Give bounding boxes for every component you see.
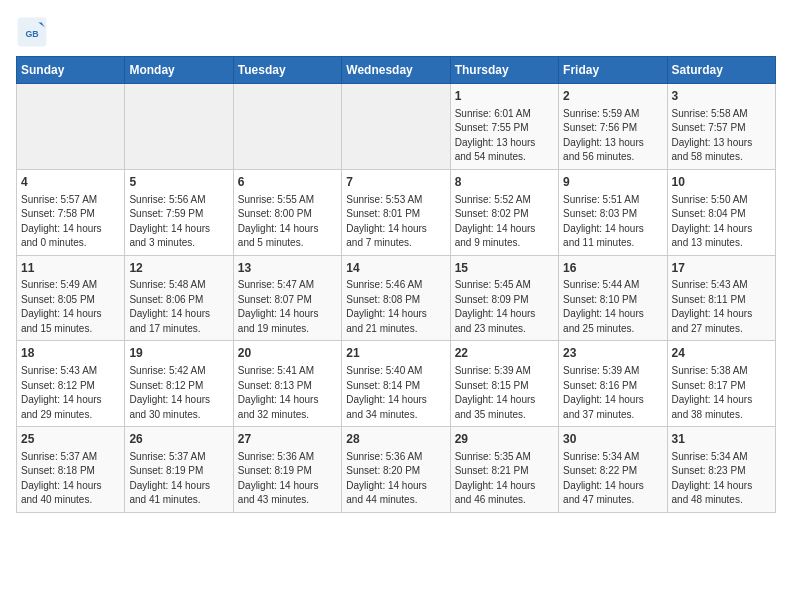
day-number: 10 bbox=[672, 174, 771, 191]
day-cell: 19Sunrise: 5:42 AM Sunset: 8:12 PM Dayli… bbox=[125, 341, 233, 427]
day-header-thursday: Thursday bbox=[450, 57, 558, 84]
day-cell: 16Sunrise: 5:44 AM Sunset: 8:10 PM Dayli… bbox=[559, 255, 667, 341]
day-cell: 10Sunrise: 5:50 AM Sunset: 8:04 PM Dayli… bbox=[667, 169, 775, 255]
day-number: 21 bbox=[346, 345, 445, 362]
day-number: 27 bbox=[238, 431, 337, 448]
day-header-saturday: Saturday bbox=[667, 57, 775, 84]
day-info: Sunrise: 5:58 AM Sunset: 7:57 PM Dayligh… bbox=[672, 107, 771, 165]
day-info: Sunrise: 5:43 AM Sunset: 8:12 PM Dayligh… bbox=[21, 364, 120, 422]
day-cell: 26Sunrise: 5:37 AM Sunset: 8:19 PM Dayli… bbox=[125, 427, 233, 513]
day-cell: 4Sunrise: 5:57 AM Sunset: 7:58 PM Daylig… bbox=[17, 169, 125, 255]
day-info: Sunrise: 5:34 AM Sunset: 8:22 PM Dayligh… bbox=[563, 450, 662, 508]
day-info: Sunrise: 5:39 AM Sunset: 8:16 PM Dayligh… bbox=[563, 364, 662, 422]
days-of-week-row: SundayMondayTuesdayWednesdayThursdayFrid… bbox=[17, 57, 776, 84]
day-cell: 6Sunrise: 5:55 AM Sunset: 8:00 PM Daylig… bbox=[233, 169, 341, 255]
day-info: Sunrise: 5:46 AM Sunset: 8:08 PM Dayligh… bbox=[346, 278, 445, 336]
day-info: Sunrise: 5:57 AM Sunset: 7:58 PM Dayligh… bbox=[21, 193, 120, 251]
day-cell: 22Sunrise: 5:39 AM Sunset: 8:15 PM Dayli… bbox=[450, 341, 558, 427]
logo-icon: GB bbox=[16, 16, 48, 48]
day-number: 1 bbox=[455, 88, 554, 105]
day-info: Sunrise: 5:41 AM Sunset: 8:13 PM Dayligh… bbox=[238, 364, 337, 422]
day-cell: 17Sunrise: 5:43 AM Sunset: 8:11 PM Dayli… bbox=[667, 255, 775, 341]
svg-text:GB: GB bbox=[25, 29, 38, 39]
day-number: 5 bbox=[129, 174, 228, 191]
day-number: 7 bbox=[346, 174, 445, 191]
day-cell: 9Sunrise: 5:51 AM Sunset: 8:03 PM Daylig… bbox=[559, 169, 667, 255]
day-cell: 25Sunrise: 5:37 AM Sunset: 8:18 PM Dayli… bbox=[17, 427, 125, 513]
day-cell bbox=[233, 84, 341, 170]
day-cell: 11Sunrise: 5:49 AM Sunset: 8:05 PM Dayli… bbox=[17, 255, 125, 341]
day-info: Sunrise: 5:37 AM Sunset: 8:19 PM Dayligh… bbox=[129, 450, 228, 508]
day-cell: 29Sunrise: 5:35 AM Sunset: 8:21 PM Dayli… bbox=[450, 427, 558, 513]
day-cell bbox=[125, 84, 233, 170]
day-info: Sunrise: 5:49 AM Sunset: 8:05 PM Dayligh… bbox=[21, 278, 120, 336]
day-cell: 20Sunrise: 5:41 AM Sunset: 8:13 PM Dayli… bbox=[233, 341, 341, 427]
logo: GB bbox=[16, 16, 52, 48]
day-number: 3 bbox=[672, 88, 771, 105]
day-cell: 14Sunrise: 5:46 AM Sunset: 8:08 PM Dayli… bbox=[342, 255, 450, 341]
page-header: GB bbox=[16, 16, 776, 48]
day-info: Sunrise: 5:42 AM Sunset: 8:12 PM Dayligh… bbox=[129, 364, 228, 422]
day-info: Sunrise: 5:55 AM Sunset: 8:00 PM Dayligh… bbox=[238, 193, 337, 251]
day-header-tuesday: Tuesday bbox=[233, 57, 341, 84]
day-number: 20 bbox=[238, 345, 337, 362]
day-info: Sunrise: 5:45 AM Sunset: 8:09 PM Dayligh… bbox=[455, 278, 554, 336]
day-number: 17 bbox=[672, 260, 771, 277]
day-number: 24 bbox=[672, 345, 771, 362]
day-info: Sunrise: 5:38 AM Sunset: 8:17 PM Dayligh… bbox=[672, 364, 771, 422]
week-row-5: 25Sunrise: 5:37 AM Sunset: 8:18 PM Dayli… bbox=[17, 427, 776, 513]
day-cell bbox=[17, 84, 125, 170]
day-number: 19 bbox=[129, 345, 228, 362]
day-info: Sunrise: 5:47 AM Sunset: 8:07 PM Dayligh… bbox=[238, 278, 337, 336]
day-cell: 15Sunrise: 5:45 AM Sunset: 8:09 PM Dayli… bbox=[450, 255, 558, 341]
day-number: 30 bbox=[563, 431, 662, 448]
day-cell: 21Sunrise: 5:40 AM Sunset: 8:14 PM Dayli… bbox=[342, 341, 450, 427]
day-cell bbox=[342, 84, 450, 170]
day-cell: 7Sunrise: 5:53 AM Sunset: 8:01 PM Daylig… bbox=[342, 169, 450, 255]
day-number: 13 bbox=[238, 260, 337, 277]
day-info: Sunrise: 5:59 AM Sunset: 7:56 PM Dayligh… bbox=[563, 107, 662, 165]
day-number: 14 bbox=[346, 260, 445, 277]
day-number: 18 bbox=[21, 345, 120, 362]
day-header-monday: Monday bbox=[125, 57, 233, 84]
calendar-header: SundayMondayTuesdayWednesdayThursdayFrid… bbox=[17, 57, 776, 84]
calendar-body: 1Sunrise: 6:01 AM Sunset: 7:55 PM Daylig… bbox=[17, 84, 776, 513]
day-info: Sunrise: 5:40 AM Sunset: 8:14 PM Dayligh… bbox=[346, 364, 445, 422]
day-number: 15 bbox=[455, 260, 554, 277]
day-info: Sunrise: 5:53 AM Sunset: 8:01 PM Dayligh… bbox=[346, 193, 445, 251]
day-info: Sunrise: 5:39 AM Sunset: 8:15 PM Dayligh… bbox=[455, 364, 554, 422]
day-number: 9 bbox=[563, 174, 662, 191]
day-cell: 12Sunrise: 5:48 AM Sunset: 8:06 PM Dayli… bbox=[125, 255, 233, 341]
day-info: Sunrise: 6:01 AM Sunset: 7:55 PM Dayligh… bbox=[455, 107, 554, 165]
day-number: 8 bbox=[455, 174, 554, 191]
day-number: 26 bbox=[129, 431, 228, 448]
day-info: Sunrise: 5:43 AM Sunset: 8:11 PM Dayligh… bbox=[672, 278, 771, 336]
day-number: 23 bbox=[563, 345, 662, 362]
day-info: Sunrise: 5:36 AM Sunset: 8:20 PM Dayligh… bbox=[346, 450, 445, 508]
day-info: Sunrise: 5:52 AM Sunset: 8:02 PM Dayligh… bbox=[455, 193, 554, 251]
day-cell: 8Sunrise: 5:52 AM Sunset: 8:02 PM Daylig… bbox=[450, 169, 558, 255]
day-number: 29 bbox=[455, 431, 554, 448]
week-row-4: 18Sunrise: 5:43 AM Sunset: 8:12 PM Dayli… bbox=[17, 341, 776, 427]
day-cell: 23Sunrise: 5:39 AM Sunset: 8:16 PM Dayli… bbox=[559, 341, 667, 427]
day-number: 6 bbox=[238, 174, 337, 191]
day-info: Sunrise: 5:35 AM Sunset: 8:21 PM Dayligh… bbox=[455, 450, 554, 508]
day-cell: 5Sunrise: 5:56 AM Sunset: 7:59 PM Daylig… bbox=[125, 169, 233, 255]
day-header-wednesday: Wednesday bbox=[342, 57, 450, 84]
day-cell: 31Sunrise: 5:34 AM Sunset: 8:23 PM Dayli… bbox=[667, 427, 775, 513]
day-info: Sunrise: 5:51 AM Sunset: 8:03 PM Dayligh… bbox=[563, 193, 662, 251]
day-number: 16 bbox=[563, 260, 662, 277]
calendar-table: SundayMondayTuesdayWednesdayThursdayFrid… bbox=[16, 56, 776, 513]
day-number: 12 bbox=[129, 260, 228, 277]
day-cell: 28Sunrise: 5:36 AM Sunset: 8:20 PM Dayli… bbox=[342, 427, 450, 513]
day-info: Sunrise: 5:50 AM Sunset: 8:04 PM Dayligh… bbox=[672, 193, 771, 251]
day-number: 31 bbox=[672, 431, 771, 448]
day-cell: 24Sunrise: 5:38 AM Sunset: 8:17 PM Dayli… bbox=[667, 341, 775, 427]
day-number: 28 bbox=[346, 431, 445, 448]
day-number: 4 bbox=[21, 174, 120, 191]
day-info: Sunrise: 5:48 AM Sunset: 8:06 PM Dayligh… bbox=[129, 278, 228, 336]
week-row-1: 1Sunrise: 6:01 AM Sunset: 7:55 PM Daylig… bbox=[17, 84, 776, 170]
week-row-3: 11Sunrise: 5:49 AM Sunset: 8:05 PM Dayli… bbox=[17, 255, 776, 341]
day-number: 22 bbox=[455, 345, 554, 362]
day-info: Sunrise: 5:44 AM Sunset: 8:10 PM Dayligh… bbox=[563, 278, 662, 336]
